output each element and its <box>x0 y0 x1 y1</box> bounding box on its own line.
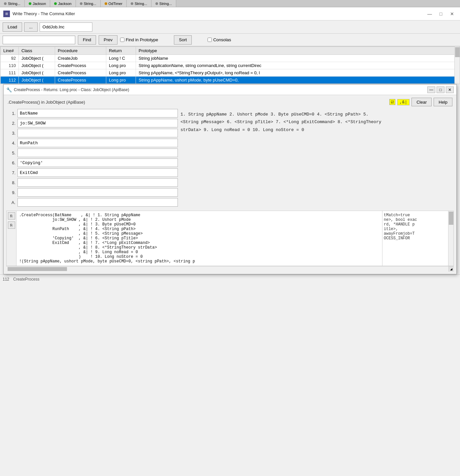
param-num: A. <box>6 200 16 205</box>
param-row: 7. <box>6 168 178 177</box>
main-table-area: Line# Class Procedure Return Prototype 9… <box>0 46 460 84</box>
data-table: Line# Class Procedure Return Prototype 9… <box>0 47 460 84</box>
horizontal-scrollbar[interactable]: ◢ <box>6 266 454 271</box>
param-input-7[interactable] <box>17 178 178 187</box>
params-right-panel: 1. String pAppName 2. Ushort pMode 3. By… <box>181 109 385 208</box>
checked-checkbox-icon[interactable]: ☑ <box>389 99 395 105</box>
param-num: 6. <box>6 160 16 165</box>
hscrollbar-thumb <box>8 267 67 271</box>
dialog-close-button[interactable]: ✕ <box>446 86 454 93</box>
load-button[interactable]: Load <box>3 22 22 32</box>
cell-proto: String pAppName, <*StringTheory pOutput>… <box>136 69 460 77</box>
toolbar-row2: Find Prev Find in Prototype Sort Consola… <box>0 34 460 46</box>
table-row[interactable]: 110 JobObject ( CreateProcess Long pro S… <box>1 62 460 69</box>
maximize-button[interactable]: □ <box>436 10 445 18</box>
cell-proto: String pAppName, ushort pMode, byte pUse… <box>136 77 460 84</box>
param-num: 9. <box>6 190 16 195</box>
param-row: 1. <box>6 109 178 118</box>
dialog-maximize-button[interactable]: □ <box>437 86 444 93</box>
status-info: CreateProcess <box>13 277 39 282</box>
tab-strip: String... Jackson Jackson String... OdTi… <box>0 0 460 7</box>
dialog-minimize-button[interactable]: — <box>427 86 435 93</box>
title-bar: ⊞ Write Theory - The Comma Killer — □ ✕ <box>0 7 460 20</box>
help-button[interactable]: Help <box>434 98 452 106</box>
param-input-1[interactable] <box>17 119 178 127</box>
app-icon: ⊞ <box>3 11 10 17</box>
cell-return: Long pro <box>106 62 136 69</box>
cell-line: 112 <box>1 77 19 84</box>
clear-button[interactable]: Clear <box>411 98 432 106</box>
param-input-6[interactable] <box>17 168 178 177</box>
vertical-scrollbar[interactable] <box>454 47 460 84</box>
consolas-label[interactable]: Consolas <box>208 37 231 42</box>
scrollbar-thumb <box>455 47 460 57</box>
table-row[interactable]: 111 JobObject ( CreateProcess Long pro S… <box>1 69 460 77</box>
param-input-8[interactable] <box>17 188 178 197</box>
close-button[interactable]: ✕ <box>447 10 457 18</box>
ampersand-display: ,&| <box>397 99 410 105</box>
dialog-title: CreateProcess - Returns: Long proc - Cla… <box>14 87 129 92</box>
cell-line: 92 <box>1 55 19 62</box>
code-scrollbar-v[interactable] <box>448 211 453 266</box>
code-preview-text: .CreateProcess(BatName , &| ! 1. String … <box>16 211 382 266</box>
param-row: 9. <box>6 188 178 197</box>
tab-item-4[interactable]: OdTimer <box>101 0 127 7</box>
cell-class: JobObject ( <box>19 55 55 62</box>
param-input-2[interactable] <box>17 129 178 137</box>
tab-item-2[interactable]: Jackson <box>50 0 76 7</box>
window-title: Write Theory - The Comma Killer <box>13 11 75 16</box>
cell-proc: CreateJob <box>55 55 106 62</box>
tab-item-5[interactable]: String... <box>127 0 151 7</box>
dialog-title-bar: 🔧 CreateProcess - Returns: Long proc - C… <box>4 85 456 95</box>
toolbar-row1: Load ... OddJob.Inc <box>0 20 460 34</box>
copy-icon-1[interactable]: ⎘ <box>8 212 15 220</box>
find-button[interactable]: Find <box>78 35 96 45</box>
cell-proc: CreateProcess <box>55 62 106 69</box>
right-overflow-panel <box>388 109 454 208</box>
col-header-proto: Prototype <box>136 47 460 55</box>
cell-return: Long ! C <box>106 55 136 62</box>
method-label: .CreateProcess() in JobObject (ApiBase) <box>8 100 85 105</box>
cell-class: JobObject ( <box>19 69 55 77</box>
param-row: 2. <box>6 119 178 127</box>
param-num: 8. <box>6 180 16 185</box>
param-row: 3. <box>6 129 178 137</box>
consolas-checkbox[interactable] <box>208 38 212 42</box>
status-text: 112 <box>3 277 9 282</box>
param-input-5[interactable] <box>17 158 178 167</box>
table-row[interactable]: 92 JobObject ( CreateJob Long ! C String… <box>1 55 460 62</box>
prev-button[interactable]: Prev <box>99 35 117 45</box>
sort-button[interactable]: Sort <box>174 35 192 45</box>
minimize-button[interactable]: — <box>425 10 434 18</box>
param-num: 5. <box>6 151 16 155</box>
param-input-0[interactable] <box>17 109 178 118</box>
cell-return: Long pro <box>106 69 136 77</box>
param-num: 1. <box>6 111 16 116</box>
param-input-9[interactable] <box>17 198 178 207</box>
code-preview-wrapper: ⎘ ⎘ .CreateProcess(BatName , &| ! 1. Str… <box>6 211 454 266</box>
cell-proc: CreateProcess <box>55 77 106 84</box>
search-input[interactable] <box>3 36 75 44</box>
tab-item-1[interactable]: Jackson <box>25 0 50 7</box>
param-row: 4. <box>6 139 178 147</box>
ellipsis-button[interactable]: ... <box>24 22 38 32</box>
find-in-prototype-checkbox[interactable] <box>120 38 124 42</box>
param-num: 2. <box>6 121 16 126</box>
copy-icon-2[interactable]: ⎘ <box>8 221 15 229</box>
file-name-display: OddJob.Inc <box>40 22 92 32</box>
cell-class: JobObject ( <box>19 62 55 69</box>
tab-item-3[interactable]: String... <box>76 0 101 7</box>
col-header-proc: Procedure <box>55 47 106 55</box>
param-num: 7. <box>6 170 16 175</box>
table-row[interactable]: 112 JobObject ( CreateProcess Long pro S… <box>1 77 460 84</box>
params-left-panel: 1. 2. 3. 4. 5. 6. 7. 8. 9. A. <box>6 109 178 208</box>
cell-line: 111 <box>1 69 19 77</box>
param-input-3[interactable] <box>17 139 178 147</box>
cell-proc: CreateProcess <box>55 69 106 77</box>
cell-return: Long pro <box>106 77 136 84</box>
tab-item-6[interactable]: String... <box>151 0 176 7</box>
param-row: A. <box>6 198 178 207</box>
find-in-prototype-label[interactable]: Find in Prototype <box>120 37 158 42</box>
param-input-4[interactable] <box>17 149 178 157</box>
tab-item-0[interactable]: String... <box>0 0 25 7</box>
